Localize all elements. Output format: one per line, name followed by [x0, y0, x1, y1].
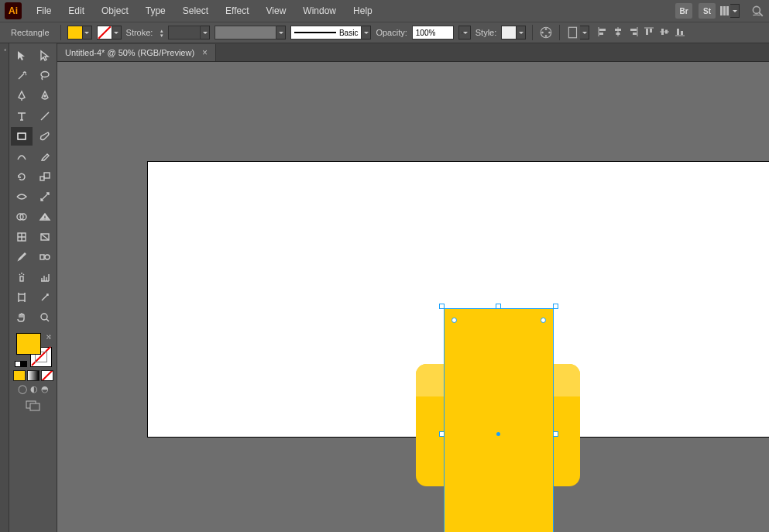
search-icon[interactable]: [750, 4, 764, 18]
draw-inside-icon[interactable]: ◓: [41, 384, 49, 394]
opacity-dropdown[interactable]: ›: [458, 26, 471, 39]
menu-select[interactable]: Select: [176, 2, 215, 19]
stroke-label: Stroke:: [126, 28, 153, 37]
align-vcenter-icon[interactable]: [659, 26, 670, 39]
canvas-area: Untitled-4* @ 50% (RGB/Preview) ×: [57, 43, 769, 532]
svg-rect-7: [599, 29, 606, 31]
chevron-down-icon: [83, 26, 92, 39]
rectangle-tool[interactable]: [11, 127, 33, 146]
svg-point-20: [44, 95, 46, 97]
slice-tool[interactable]: [34, 288, 56, 307]
close-tab-icon[interactable]: ×: [202, 47, 208, 58]
align-right-icon[interactable]: [628, 26, 639, 39]
variable-width-profile[interactable]: [215, 26, 286, 39]
style-swatch-icon: [501, 26, 517, 39]
chevron-down-icon: [362, 26, 371, 39]
toolbox: ⤭ ◯ ◐ ◓: [9, 43, 57, 532]
selected-rectangle-shape[interactable]: [445, 309, 553, 532]
column-graph-tool[interactable]: [34, 268, 56, 287]
line-segment-tool[interactable]: [34, 107, 56, 125]
menu-file[interactable]: File: [29, 2, 58, 19]
document-tab[interactable]: Untitled-4* @ 50% (RGB/Preview) ×: [57, 44, 216, 61]
perspective-grid-tool[interactable]: [34, 208, 56, 226]
graphic-style-picker[interactable]: [501, 26, 526, 39]
menu-view[interactable]: View: [259, 2, 294, 19]
fill-color-picker[interactable]: [67, 26, 92, 39]
svg-rect-14: [650, 29, 652, 33]
svg-point-4: [545, 35, 548, 37]
eyedropper-tool[interactable]: [11, 248, 33, 266]
workspace-layout-button[interactable]: [720, 4, 740, 18]
type-tool[interactable]: [11, 107, 33, 125]
paintbrush-tool[interactable]: [34, 127, 56, 146]
rotate-tool[interactable]: [11, 167, 33, 186]
shape-builder-tool[interactable]: [11, 208, 33, 226]
menu-effect[interactable]: Effect: [218, 2, 256, 19]
document-tab-bar: Untitled-4* @ 50% (RGB/Preview) ×: [57, 43, 769, 62]
align-bottom-icon[interactable]: [675, 26, 685, 39]
chevron-down-icon: [517, 26, 526, 39]
opacity-input[interactable]: 100%: [412, 26, 454, 39]
default-fill-stroke-icon[interactable]: [15, 361, 27, 367]
recolor-icon[interactable]: [539, 26, 553, 39]
svg-rect-22: [40, 177, 44, 180]
svg-rect-12: [633, 33, 637, 35]
svg-rect-31: [19, 294, 25, 300]
align-left-icon[interactable]: [597, 26, 608, 39]
draw-behind-icon[interactable]: ◐: [30, 384, 38, 394]
direct-selection-tool[interactable]: [34, 46, 56, 65]
gradient-tool[interactable]: [34, 228, 56, 246]
menu-object[interactable]: Object: [94, 2, 136, 19]
menu-type[interactable]: Type: [139, 2, 173, 19]
svg-point-5: [541, 32, 544, 34]
svg-rect-18: [681, 31, 683, 35]
menu-edit[interactable]: Edit: [61, 2, 91, 19]
stroke-weight-dropdown[interactable]: [168, 26, 210, 39]
artboard-tool[interactable]: [11, 288, 33, 307]
color-mode-gradient[interactable]: [27, 370, 39, 381]
align-to-dropdown[interactable]: [566, 26, 589, 39]
selection-tool[interactable]: [11, 46, 33, 65]
align-buttons: [597, 26, 685, 39]
align-top-icon[interactable]: [644, 26, 654, 39]
svg-rect-34: [30, 403, 39, 410]
canvas-viewport[interactable]: [57, 62, 769, 532]
lasso-tool[interactable]: [34, 67, 56, 85]
bridge-button[interactable]: Br: [675, 3, 692, 19]
opacity-label: Opacity:: [376, 28, 407, 37]
curvature-tool[interactable]: [34, 87, 56, 105]
align-hcenter-icon[interactable]: [613, 26, 623, 39]
fill-stroke-color-stack[interactable]: ⤭: [15, 333, 52, 367]
fill-color-swatch[interactable]: [16, 333, 41, 355]
scale-tool[interactable]: [34, 167, 56, 186]
magic-wand-tool[interactable]: [11, 67, 33, 85]
app-logo-icon: Ai: [5, 2, 22, 19]
swap-fill-stroke-icon[interactable]: ⤭: [46, 333, 52, 341]
control-bar: Rectangle Stroke: ▴▾ Basic Opacity: 100%…: [0, 22, 769, 43]
menu-window[interactable]: Window: [296, 2, 343, 19]
svg-point-29: [45, 255, 50, 259]
stock-button[interactable]: St: [699, 3, 716, 19]
symbol-sprayer-tool[interactable]: [11, 268, 33, 287]
shaper-tool[interactable]: [11, 147, 33, 166]
panel-collapse-strip[interactable]: ‹‹: [0, 43, 9, 532]
mesh-tool[interactable]: [11, 228, 33, 246]
screen-mode-button[interactable]: [26, 400, 41, 413]
zoom-tool[interactable]: [34, 308, 56, 327]
stroke-weight-stepper[interactable]: ▴▾: [160, 29, 163, 37]
stroke-color-picker[interactable]: [97, 26, 122, 39]
brush-definition[interactable]: Basic: [290, 26, 371, 39]
blend-tool[interactable]: [34, 248, 56, 266]
color-mode-solid[interactable]: [13, 370, 26, 381]
svg-rect-30: [20, 276, 23, 281]
width-tool[interactable]: [11, 187, 33, 206]
menu-bar: Ai File Edit Object Type Select Effect V…: [0, 0, 769, 22]
free-transform-tool[interactable]: [34, 187, 56, 206]
menu-help[interactable]: Help: [346, 2, 379, 19]
draw-normal-icon[interactable]: ◯: [18, 384, 27, 394]
hand-tool[interactable]: [11, 308, 33, 327]
svg-rect-28: [40, 255, 44, 259]
pen-tool[interactable]: [11, 87, 33, 105]
eraser-tool[interactable]: [34, 147, 56, 166]
color-mode-none[interactable]: [41, 370, 53, 381]
